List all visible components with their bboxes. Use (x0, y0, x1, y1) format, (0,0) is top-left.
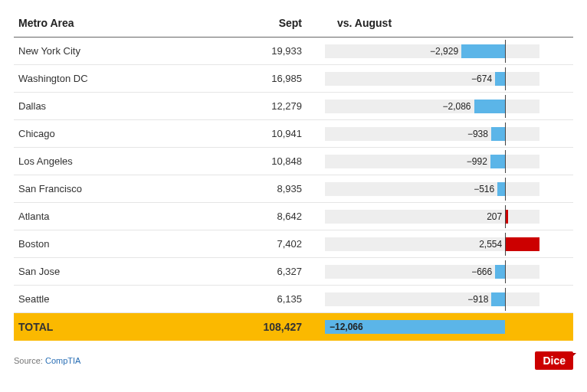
metro-name: Los Angeles (14, 148, 244, 175)
source-prefix: Source: (14, 356, 45, 365)
delta-cell: −516 (320, 175, 573, 203)
delta-label: 2,554 (479, 236, 502, 253)
zero-axis (505, 122, 506, 145)
metro-name: San Jose (14, 258, 244, 286)
table-row: New York City19,933−2,929 (14, 38, 573, 65)
delta-cell: −2,929 (320, 38, 573, 65)
metro-table: Metro Area Sept vs. August New York City… (14, 11, 573, 341)
table-row: San Jose6,327−666 (14, 258, 573, 286)
total-delta-cell: −12,066 (320, 313, 573, 341)
delta-bar-negative (495, 265, 505, 279)
zero-axis (505, 260, 506, 283)
table-row: Boston7,4022,554 (14, 230, 573, 258)
delta-label: −674 (471, 70, 492, 87)
sept-value: 19,933 (244, 38, 320, 65)
total-label: TOTAL (14, 313, 244, 341)
zero-axis (505, 178, 506, 201)
metro-name: San Francisco (14, 175, 244, 203)
zero-axis (505, 233, 506, 256)
zero-axis (505, 67, 506, 90)
delta-bar-negative (497, 182, 505, 196)
col-vs: vs. August (320, 11, 573, 38)
metro-name: New York City (14, 38, 244, 65)
delta-cell: −992 (320, 148, 573, 175)
delta-cell: −918 (320, 286, 573, 313)
delta-cell: −938 (320, 120, 573, 148)
table-row: Seattle6,135−918 (14, 286, 573, 313)
table-row: Washington DC16,985−674 (14, 65, 573, 93)
delta-label: −938 (467, 126, 488, 142)
sept-value: 7,402 (244, 230, 320, 258)
table-row: Los Angeles10,848−992 (14, 148, 573, 175)
sept-value: 6,135 (244, 286, 320, 313)
metro-name: Seattle (14, 286, 244, 313)
table-row: Atlanta8,642207 (14, 203, 573, 230)
delta-cell: −666 (320, 258, 573, 286)
delta-label: −666 (471, 263, 492, 280)
source-link[interactable]: CompTIA (45, 356, 80, 365)
zero-axis (505, 205, 506, 228)
table-row: San Francisco8,935−516 (14, 175, 573, 203)
total-sept: 108,427 (244, 313, 320, 341)
metro-name: Washington DC (14, 65, 244, 93)
delta-bar-negative (474, 100, 506, 113)
col-sept: Sept (244, 11, 320, 38)
metro-name: Dallas (14, 93, 244, 120)
delta-label: −12,066 (330, 318, 363, 335)
zero-axis (505, 288, 506, 311)
footer: Source: CompTIA Dice (14, 351, 573, 370)
sept-value: 10,941 (244, 120, 320, 148)
delta-bar-negative (495, 72, 505, 86)
sept-value: 10,848 (244, 148, 320, 175)
delta-label: −918 (467, 291, 488, 308)
delta-cell: 207 (320, 203, 573, 230)
delta-bar-negative (490, 155, 505, 168)
delta-label: −2,086 (443, 98, 471, 115)
delta-cell: −674 (320, 65, 573, 93)
source-line: Source: CompTIA (14, 356, 80, 365)
delta-cell: −2,086 (320, 93, 573, 120)
delta-bar-negative (461, 44, 505, 58)
table-row: Dallas12,279−2,086 (14, 93, 573, 120)
zero-axis (505, 40, 506, 63)
metro-name: Chicago (14, 120, 244, 148)
delta-cell: 2,554 (320, 230, 573, 258)
metro-name: Boston (14, 230, 244, 258)
sept-value: 8,935 (244, 175, 320, 203)
zero-axis (505, 95, 506, 118)
delta-bar-positive (505, 237, 539, 251)
zero-axis (505, 150, 506, 173)
sept-value: 12,279 (244, 93, 320, 120)
dice-badge: Dice (535, 351, 573, 370)
delta-bar-negative (491, 292, 505, 306)
delta-label: 207 (487, 208, 502, 225)
delta-label: −516 (474, 181, 494, 198)
col-metro: Metro Area (14, 11, 244, 38)
sept-value: 16,985 (244, 65, 320, 93)
metro-name: Atlanta (14, 203, 244, 230)
sept-value: 8,642 (244, 203, 320, 230)
total-row: TOTAL108,427−12,066 (14, 313, 573, 341)
sept-value: 6,327 (244, 258, 320, 286)
delta-bar-negative (491, 127, 505, 141)
table-row: Chicago10,941−938 (14, 120, 573, 148)
delta-label: −2,929 (430, 43, 458, 60)
delta-label: −992 (467, 153, 487, 170)
